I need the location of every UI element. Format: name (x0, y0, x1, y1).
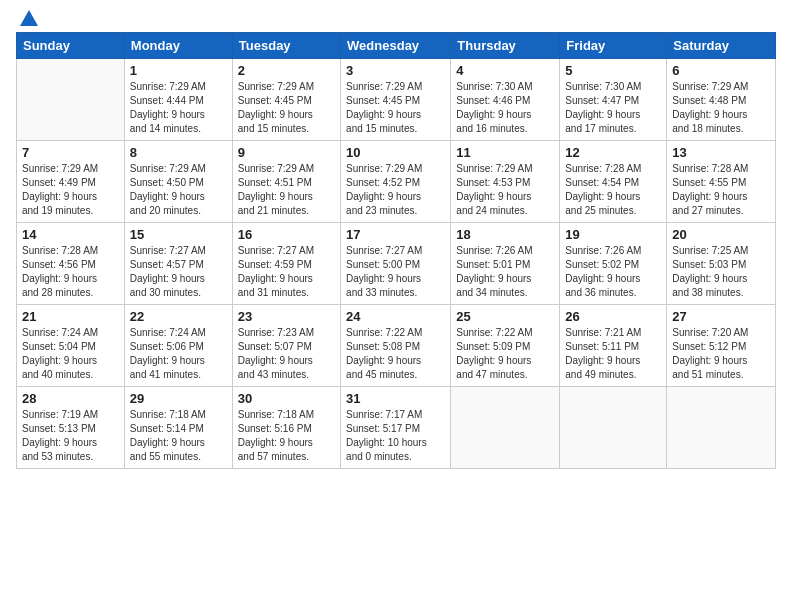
calendar-cell: 8Sunrise: 7:29 AM Sunset: 4:50 PM Daylig… (124, 141, 232, 223)
day-info: Sunrise: 7:26 AM Sunset: 5:02 PM Dayligh… (565, 244, 661, 300)
day-number: 1 (130, 63, 227, 78)
calendar-cell: 9Sunrise: 7:29 AM Sunset: 4:51 PM Daylig… (232, 141, 340, 223)
day-info: Sunrise: 7:29 AM Sunset: 4:45 PM Dayligh… (346, 80, 445, 136)
day-number: 10 (346, 145, 445, 160)
weekday-header-monday: Monday (124, 33, 232, 59)
day-number: 15 (130, 227, 227, 242)
day-number: 22 (130, 309, 227, 324)
day-number: 12 (565, 145, 661, 160)
calendar-table: SundayMondayTuesdayWednesdayThursdayFrid… (16, 32, 776, 469)
day-info: Sunrise: 7:28 AM Sunset: 4:56 PM Dayligh… (22, 244, 119, 300)
day-number: 31 (346, 391, 445, 406)
day-number: 28 (22, 391, 119, 406)
page-header (16, 16, 776, 22)
calendar-cell: 20Sunrise: 7:25 AM Sunset: 5:03 PM Dayli… (667, 223, 776, 305)
day-info: Sunrise: 7:27 AM Sunset: 4:57 PM Dayligh… (130, 244, 227, 300)
day-number: 17 (346, 227, 445, 242)
day-number: 29 (130, 391, 227, 406)
day-number: 24 (346, 309, 445, 324)
calendar-cell (17, 59, 125, 141)
calendar-cell (667, 387, 776, 469)
day-number: 23 (238, 309, 335, 324)
day-info: Sunrise: 7:22 AM Sunset: 5:09 PM Dayligh… (456, 326, 554, 382)
day-info: Sunrise: 7:19 AM Sunset: 5:13 PM Dayligh… (22, 408, 119, 464)
day-info: Sunrise: 7:17 AM Sunset: 5:17 PM Dayligh… (346, 408, 445, 464)
day-number: 25 (456, 309, 554, 324)
day-info: Sunrise: 7:25 AM Sunset: 5:03 PM Dayligh… (672, 244, 770, 300)
calendar-cell: 27Sunrise: 7:20 AM Sunset: 5:12 PM Dayli… (667, 305, 776, 387)
day-number: 20 (672, 227, 770, 242)
calendar-week-row-2: 7Sunrise: 7:29 AM Sunset: 4:49 PM Daylig… (17, 141, 776, 223)
day-info: Sunrise: 7:27 AM Sunset: 4:59 PM Dayligh… (238, 244, 335, 300)
day-info: Sunrise: 7:29 AM Sunset: 4:48 PM Dayligh… (672, 80, 770, 136)
calendar-cell: 24Sunrise: 7:22 AM Sunset: 5:08 PM Dayli… (341, 305, 451, 387)
calendar-cell: 15Sunrise: 7:27 AM Sunset: 4:57 PM Dayli… (124, 223, 232, 305)
day-number: 5 (565, 63, 661, 78)
calendar-cell: 13Sunrise: 7:28 AM Sunset: 4:55 PM Dayli… (667, 141, 776, 223)
day-info: Sunrise: 7:18 AM Sunset: 5:16 PM Dayligh… (238, 408, 335, 464)
day-number: 2 (238, 63, 335, 78)
calendar-cell: 26Sunrise: 7:21 AM Sunset: 5:11 PM Dayli… (560, 305, 667, 387)
day-number: 3 (346, 63, 445, 78)
day-number: 6 (672, 63, 770, 78)
day-number: 4 (456, 63, 554, 78)
weekday-header-friday: Friday (560, 33, 667, 59)
day-info: Sunrise: 7:30 AM Sunset: 4:46 PM Dayligh… (456, 80, 554, 136)
calendar-page: SundayMondayTuesdayWednesdayThursdayFrid… (0, 0, 792, 612)
calendar-week-row-4: 21Sunrise: 7:24 AM Sunset: 5:04 PM Dayli… (17, 305, 776, 387)
day-info: Sunrise: 7:24 AM Sunset: 5:06 PM Dayligh… (130, 326, 227, 382)
calendar-cell: 14Sunrise: 7:28 AM Sunset: 4:56 PM Dayli… (17, 223, 125, 305)
day-info: Sunrise: 7:22 AM Sunset: 5:08 PM Dayligh… (346, 326, 445, 382)
day-info: Sunrise: 7:28 AM Sunset: 4:55 PM Dayligh… (672, 162, 770, 218)
day-info: Sunrise: 7:29 AM Sunset: 4:52 PM Dayligh… (346, 162, 445, 218)
day-number: 8 (130, 145, 227, 160)
day-info: Sunrise: 7:29 AM Sunset: 4:44 PM Dayligh… (130, 80, 227, 136)
day-number: 21 (22, 309, 119, 324)
calendar-cell: 19Sunrise: 7:26 AM Sunset: 5:02 PM Dayli… (560, 223, 667, 305)
calendar-cell: 28Sunrise: 7:19 AM Sunset: 5:13 PM Dayli… (17, 387, 125, 469)
day-number: 7 (22, 145, 119, 160)
calendar-week-row-5: 28Sunrise: 7:19 AM Sunset: 5:13 PM Dayli… (17, 387, 776, 469)
calendar-cell: 11Sunrise: 7:29 AM Sunset: 4:53 PM Dayli… (451, 141, 560, 223)
calendar-cell: 31Sunrise: 7:17 AM Sunset: 5:17 PM Dayli… (341, 387, 451, 469)
calendar-cell: 2Sunrise: 7:29 AM Sunset: 4:45 PM Daylig… (232, 59, 340, 141)
day-number: 13 (672, 145, 770, 160)
day-number: 11 (456, 145, 554, 160)
day-info: Sunrise: 7:24 AM Sunset: 5:04 PM Dayligh… (22, 326, 119, 382)
calendar-cell: 17Sunrise: 7:27 AM Sunset: 5:00 PM Dayli… (341, 223, 451, 305)
calendar-cell: 23Sunrise: 7:23 AM Sunset: 5:07 PM Dayli… (232, 305, 340, 387)
calendar-cell: 22Sunrise: 7:24 AM Sunset: 5:06 PM Dayli… (124, 305, 232, 387)
day-number: 16 (238, 227, 335, 242)
day-number: 14 (22, 227, 119, 242)
day-info: Sunrise: 7:28 AM Sunset: 4:54 PM Dayligh… (565, 162, 661, 218)
calendar-cell: 25Sunrise: 7:22 AM Sunset: 5:09 PM Dayli… (451, 305, 560, 387)
day-number: 27 (672, 309, 770, 324)
calendar-cell: 30Sunrise: 7:18 AM Sunset: 5:16 PM Dayli… (232, 387, 340, 469)
calendar-cell: 10Sunrise: 7:29 AM Sunset: 4:52 PM Dayli… (341, 141, 451, 223)
weekday-header-sunday: Sunday (17, 33, 125, 59)
day-info: Sunrise: 7:29 AM Sunset: 4:51 PM Dayligh… (238, 162, 335, 218)
calendar-cell: 16Sunrise: 7:27 AM Sunset: 4:59 PM Dayli… (232, 223, 340, 305)
day-info: Sunrise: 7:18 AM Sunset: 5:14 PM Dayligh… (130, 408, 227, 464)
weekday-header-tuesday: Tuesday (232, 33, 340, 59)
day-number: 19 (565, 227, 661, 242)
day-info: Sunrise: 7:29 AM Sunset: 4:53 PM Dayligh… (456, 162, 554, 218)
weekday-header-thursday: Thursday (451, 33, 560, 59)
calendar-week-row-3: 14Sunrise: 7:28 AM Sunset: 4:56 PM Dayli… (17, 223, 776, 305)
calendar-cell (451, 387, 560, 469)
calendar-cell: 3Sunrise: 7:29 AM Sunset: 4:45 PM Daylig… (341, 59, 451, 141)
calendar-cell (560, 387, 667, 469)
day-info: Sunrise: 7:29 AM Sunset: 4:49 PM Dayligh… (22, 162, 119, 218)
calendar-cell: 4Sunrise: 7:30 AM Sunset: 4:46 PM Daylig… (451, 59, 560, 141)
day-info: Sunrise: 7:20 AM Sunset: 5:12 PM Dayligh… (672, 326, 770, 382)
day-info: Sunrise: 7:21 AM Sunset: 5:11 PM Dayligh… (565, 326, 661, 382)
calendar-week-row-1: 1Sunrise: 7:29 AM Sunset: 4:44 PM Daylig… (17, 59, 776, 141)
day-number: 26 (565, 309, 661, 324)
day-number: 9 (238, 145, 335, 160)
calendar-cell: 18Sunrise: 7:26 AM Sunset: 5:01 PM Dayli… (451, 223, 560, 305)
weekday-header-saturday: Saturday (667, 33, 776, 59)
day-info: Sunrise: 7:29 AM Sunset: 4:45 PM Dayligh… (238, 80, 335, 136)
day-info: Sunrise: 7:23 AM Sunset: 5:07 PM Dayligh… (238, 326, 335, 382)
calendar-cell: 12Sunrise: 7:28 AM Sunset: 4:54 PM Dayli… (560, 141, 667, 223)
day-number: 18 (456, 227, 554, 242)
